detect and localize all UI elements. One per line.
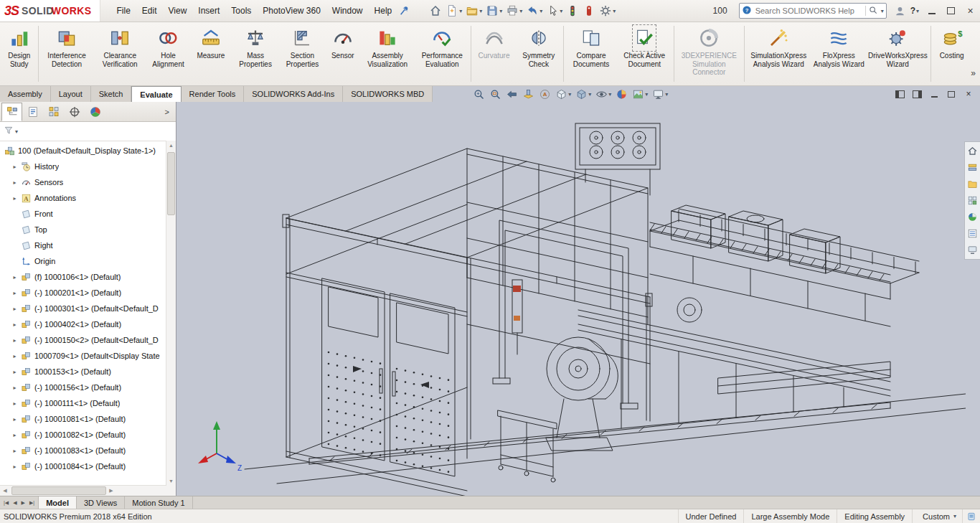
open-caret-icon[interactable]: ▾ bbox=[479, 8, 482, 14]
options-caret-icon[interactable]: ▾ bbox=[613, 8, 616, 14]
section-view-button[interactable] bbox=[521, 87, 536, 101]
expand-arrow-icon[interactable]: ▸ bbox=[10, 290, 19, 296]
dynamic-annotation-views-button[interactable]: A bbox=[537, 87, 552, 101]
tree-item-right[interactable]: Right bbox=[0, 237, 166, 253]
tree-item-1000153-1-default[interactable]: ▸1000153<1> (Default) bbox=[0, 364, 166, 380]
tree-item-origin[interactable]: Origin bbox=[0, 253, 166, 269]
taskpane-file-explorer-button[interactable] bbox=[966, 176, 979, 192]
close-button[interactable]: × bbox=[961, 6, 980, 16]
tree-item-100-default-default-display-stat[interactable]: 100 (Default<Default_Display State-1>) bbox=[0, 143, 166, 159]
scroll-right-icon[interactable]: ▶ bbox=[106, 488, 116, 494]
panel-expand-button[interactable]: > bbox=[159, 108, 176, 116]
tree-item-history[interactable]: ▸History bbox=[0, 159, 166, 174]
ribbon-overflow-chevron[interactable]: » bbox=[971, 68, 980, 85]
expand-arrow-icon[interactable]: ▸ bbox=[10, 385, 19, 391]
expand-arrow-icon[interactable]: ▸ bbox=[10, 164, 19, 170]
panel-tab-configurationmanager[interactable] bbox=[43, 103, 64, 121]
minimize-button[interactable] bbox=[922, 7, 941, 14]
model-wireframe[interactable] bbox=[176, 102, 966, 496]
ribbon-button-driveworksxpress-wizard[interactable]: DriveWorksXpress Wizard bbox=[867, 22, 929, 85]
menu-insert[interactable]: Insert bbox=[192, 0, 225, 22]
rebuild-button[interactable] bbox=[565, 2, 580, 19]
bottom-tab-model[interactable]: Model bbox=[39, 496, 77, 509]
search-input[interactable] bbox=[754, 6, 863, 16]
scroll-down-icon[interactable]: ▼ bbox=[166, 476, 176, 486]
tree-item-10001081-1-default[interactable]: ▸(-) 10001081<1> (Default) bbox=[0, 411, 166, 427]
tree-item-front[interactable]: Front bbox=[0, 206, 166, 222]
select-caret-icon[interactable]: ▾ bbox=[560, 8, 562, 14]
tree-item-1000709-1-default-display-state[interactable]: ▸1000709<1> (Default<Display State bbox=[0, 348, 166, 364]
horizontal-scroll-thumb[interactable] bbox=[11, 486, 106, 495]
user-button[interactable] bbox=[892, 2, 908, 19]
ribbon-button-symmetry-check[interactable]: Symmetry Check bbox=[515, 22, 562, 85]
undo-button[interactable]: ▾ bbox=[524, 2, 544, 19]
tree-item-10001084-1-default[interactable]: ▸(-) 10001084<1> (Default) bbox=[0, 458, 166, 474]
tree-item-sensors[interactable]: ▸Sensors bbox=[0, 174, 166, 190]
view-settings-caret-icon[interactable]: ▾ bbox=[665, 91, 668, 98]
ribbon-button-measure[interactable]: Measure bbox=[189, 22, 232, 85]
save-caret-icon[interactable]: ▾ bbox=[499, 8, 502, 14]
hide-show-items-button[interactable]: ▾ bbox=[594, 87, 613, 101]
display-style-caret-icon[interactable]: ▾ bbox=[588, 91, 591, 98]
ribbon-button-costing[interactable]: $Costing bbox=[933, 22, 971, 85]
expand-arrow-icon[interactable]: ▸ bbox=[10, 369, 19, 375]
ribbon-button-check-active-document[interactable]: Check Active Document bbox=[617, 22, 672, 85]
previous-view-button[interactable] bbox=[504, 87, 519, 101]
ribbon-button-hole-alignment[interactable]: Hole Alignment bbox=[147, 22, 189, 85]
home-button[interactable] bbox=[428, 2, 443, 19]
print-button[interactable]: ▾ bbox=[504, 2, 524, 19]
ribbon-button-design-study[interactable]: Design Study bbox=[1, 22, 37, 85]
taskpane-appearances-scenes-button[interactable] bbox=[966, 209, 979, 225]
filter-caret-icon[interactable]: ▾ bbox=[15, 128, 18, 135]
help-menu[interactable]: ?▾ bbox=[908, 6, 922, 16]
new-document-button[interactable]: ▾ bbox=[444, 2, 463, 19]
maximize-button[interactable] bbox=[941, 7, 961, 14]
tabs-nav-first[interactable]: |◀ bbox=[2, 500, 10, 506]
tree-item-10001083-1-default[interactable]: ▸(-) 10001083<1> (Default) bbox=[0, 443, 166, 458]
ribbon-button-performance-evaluation[interactable]: Performance Evaluation bbox=[415, 22, 469, 85]
expand-arrow-icon[interactable]: ▸ bbox=[10, 416, 19, 423]
panel-tab-propertymanager[interactable] bbox=[22, 103, 43, 121]
expand-arrow-icon[interactable]: ▸ bbox=[10, 400, 19, 407]
expand-arrow-icon[interactable]: ▸ bbox=[10, 448, 19, 454]
taskpane-design-library-button[interactable] bbox=[966, 160, 979, 175]
tree-item-1000301-1-default-default-d[interactable]: ▸(-) 1000301<1> (Default<Default_D bbox=[0, 301, 166, 316]
menu-view[interactable]: View bbox=[163, 0, 193, 22]
close-document-button[interactable]: × bbox=[963, 89, 974, 99]
select-button[interactable]: ▾ bbox=[545, 2, 564, 19]
taskpane-resources-button[interactable] bbox=[966, 143, 979, 159]
tab-layout[interactable]: Layout bbox=[51, 86, 91, 102]
options-button[interactable]: ▾ bbox=[598, 2, 617, 19]
view-orientation-caret-icon[interactable]: ▾ bbox=[568, 91, 571, 98]
expand-arrow-icon[interactable]: ▸ bbox=[10, 195, 19, 202]
taskpane-custom-properties-button[interactable] bbox=[966, 226, 979, 241]
zoom-to-area-button[interactable] bbox=[488, 87, 503, 101]
pane-left-button[interactable] bbox=[894, 89, 905, 99]
tab-render-tools[interactable]: Render Tools bbox=[182, 86, 245, 102]
ribbon-button-clearance-verification[interactable]: Clearance Verification bbox=[93, 22, 147, 85]
tree-filter-row[interactable]: ▾ bbox=[0, 122, 176, 141]
unit-system-selector[interactable]: Custom ▾ bbox=[912, 509, 962, 523]
expand-arrow-icon[interactable]: ▸ bbox=[10, 463, 19, 470]
ribbon-button-simulationxpress-analysis-wizard[interactable]: SimulationXpress Analysis Wizard bbox=[746, 22, 811, 85]
menu-tools[interactable]: Tools bbox=[225, 0, 257, 22]
ribbon-button-assembly-visualization[interactable]: Assembly Visualization bbox=[360, 22, 415, 85]
scroll-left-icon[interactable]: ◀ bbox=[0, 488, 10, 494]
menu-edit[interactable]: Edit bbox=[136, 0, 163, 22]
search-box[interactable]: ? ▾ bbox=[739, 3, 887, 19]
tab-evaluate[interactable]: Evaluate bbox=[131, 86, 181, 102]
tabs-nav-next[interactable]: ▶ bbox=[20, 500, 27, 506]
menu-file[interactable]: File bbox=[110, 0, 136, 22]
bottom-tab-motion-study-1[interactable]: Motion Study 1 bbox=[125, 496, 192, 509]
tree-item-10001082-1-default[interactable]: ▸(-) 10001082<1> (Default) bbox=[0, 427, 166, 443]
display-style-button[interactable]: ▾ bbox=[574, 87, 593, 101]
tree-item-1000150-2-default-default-d[interactable]: ▸(-) 1000150<2> (Default<Default_D bbox=[0, 332, 166, 348]
ribbon-button-floxpress-analysis-wizard[interactable]: FloXpress Analysis Wizard bbox=[811, 22, 867, 85]
undo-caret-icon[interactable]: ▾ bbox=[540, 8, 542, 14]
expand-arrow-icon[interactable]: ▸ bbox=[10, 353, 19, 359]
expand-arrow-icon[interactable]: ▸ bbox=[10, 432, 19, 438]
scroll-up-icon[interactable]: ▲ bbox=[166, 141, 176, 150]
tree-item-top[interactable]: Top bbox=[0, 222, 166, 237]
panel-tab-dimxpertmanager[interactable] bbox=[64, 103, 85, 121]
tree-item-f-1000106-1-default[interactable]: ▸(f) 1000106<1> (Default) bbox=[0, 269, 166, 285]
